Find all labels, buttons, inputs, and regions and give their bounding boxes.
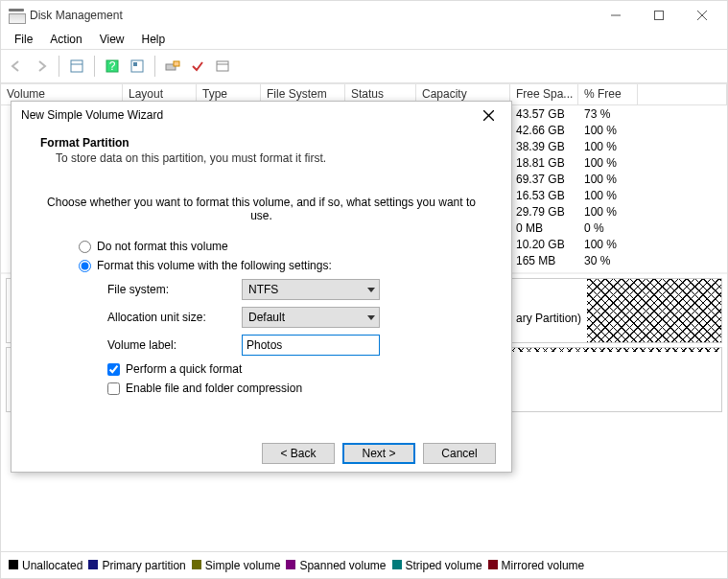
legend-item: Striped volume: [392, 559, 482, 572]
filesystem-row: File system: NTFS: [107, 279, 482, 300]
chevron-down-icon: [367, 288, 375, 292]
radio-noformat[interactable]: [79, 241, 91, 253]
dialog-subtext: To store data on this partition, you mus…: [40, 150, 482, 165]
back-button[interactable]: < Back: [262, 443, 335, 464]
radio-format-label: Format this volume with the following se…: [97, 259, 332, 272]
back-button[interactable]: [5, 55, 28, 78]
cell-pct: 0 %: [578, 221, 638, 235]
volumelabel-row: Volume label:: [107, 335, 482, 356]
wizard-dialog: New Simple Volume Wizard Format Partitio…: [11, 101, 512, 473]
cell-free: 18.81 GB: [510, 156, 578, 170]
toolbar: ?: [1, 49, 727, 83]
legend-item: Simple volume: [192, 559, 281, 572]
app-icon: [9, 9, 24, 22]
quickformat-checkbox[interactable]: [107, 363, 120, 376]
menu-action[interactable]: Action: [42, 31, 89, 48]
legend-label: Mirrored volume: [502, 559, 585, 572]
toolbar-separator: [154, 56, 155, 77]
partition-status: ary Partition): [516, 312, 581, 325]
chevron-down-icon: [367, 315, 375, 320]
svg-rect-9: [133, 62, 137, 66]
cell-free: 10.20 GB: [510, 238, 578, 251]
quickformat-label: Perform a quick format: [126, 362, 242, 376]
legend-label: Striped volume: [406, 559, 482, 572]
legend-label: Unallocated: [22, 559, 82, 572]
next-button[interactable]: Next >: [342, 443, 415, 464]
cell-pct: 100 %: [578, 156, 638, 170]
dialog-heading: Format Partition: [40, 136, 482, 150]
cancel-button[interactable]: Cancel: [423, 443, 496, 464]
legend-item: Spanned volume: [286, 559, 386, 572]
cell-free: 43.57 GB: [510, 107, 578, 121]
dialog-prompt: Choose whether you want to format this v…: [40, 196, 482, 222]
allocation-value: Default: [248, 311, 285, 324]
forward-button[interactable]: [30, 55, 53, 78]
dialog-subheader: Format Partition To store data on this p…: [12, 128, 511, 169]
swatch-icon: [192, 560, 201, 569]
help-button[interactable]: ?: [101, 55, 124, 78]
cell-pct: 73 %: [578, 107, 638, 121]
column-spacer: [638, 84, 727, 104]
radio-format-row[interactable]: Format this volume with the following se…: [79, 259, 482, 272]
filesystem-select[interactable]: NTFS: [242, 279, 380, 300]
allocation-select[interactable]: Default: [242, 307, 380, 328]
cell-pct: 100 %: [578, 140, 638, 153]
allocation-row: Allocation unit size: Default: [107, 307, 482, 328]
window-minimize-button[interactable]: [594, 1, 637, 30]
toolbar-action2-button[interactable]: [186, 55, 209, 78]
legend-label: Simple volume: [205, 559, 281, 572]
swatch-icon: [9, 560, 18, 569]
dialog-title: New Simple Volume Wizard: [21, 108, 475, 122]
compression-row[interactable]: Enable file and folder compression: [107, 382, 482, 395]
swatch-icon: [286, 560, 295, 569]
cell-free: 42.66 GB: [510, 124, 578, 137]
dialog-close-button[interactable]: [475, 102, 502, 128]
properties-button[interactable]: [65, 55, 88, 78]
svg-text:?: ?: [109, 59, 116, 73]
radio-noformat-row[interactable]: Do not format this volume: [79, 240, 482, 253]
swatch-icon: [88, 560, 98, 569]
cell-pct: 100 %: [578, 124, 638, 137]
svg-rect-4: [71, 60, 82, 72]
volumelabel-input[interactable]: [242, 335, 380, 356]
dialog-header: New Simple Volume Wizard: [12, 102, 511, 128]
menubar: File Action View Help: [1, 30, 727, 49]
menu-view[interactable]: View: [92, 31, 132, 48]
svg-rect-11: [174, 61, 179, 66]
radio-noformat-label: Do not format this volume: [97, 240, 228, 253]
compression-checkbox[interactable]: [107, 382, 120, 395]
toolbar-separator: [94, 56, 95, 77]
compression-label: Enable file and folder compression: [126, 382, 302, 395]
refresh-button[interactable]: [126, 55, 149, 78]
dialog-footer: < Back Next > Cancel: [12, 435, 511, 472]
window-maximize-button[interactable]: [637, 1, 680, 30]
column-free[interactable]: Free Spa...: [510, 84, 578, 104]
menu-help[interactable]: Help: [134, 31, 174, 48]
allocation-label: Allocation unit size:: [107, 311, 242, 324]
cell-free: 165 MB: [510, 254, 578, 267]
cell-pct: 30 %: [578, 254, 638, 267]
toolbar-action3-button[interactable]: [211, 55, 234, 78]
radio-format[interactable]: [79, 260, 91, 272]
toolbar-separator: [59, 56, 59, 77]
legend-label: Spanned volume: [299, 559, 386, 572]
swatch-icon: [392, 560, 402, 569]
partition-unallocated[interactable]: [587, 279, 721, 342]
menu-file[interactable]: File: [7, 31, 40, 48]
window-titlebar: Disk Management: [1, 1, 727, 30]
toolbar-action1-button[interactable]: [161, 55, 184, 78]
window-close-button[interactable]: [680, 1, 723, 30]
cell-free: 16.53 GB: [510, 189, 578, 202]
filesystem-label: File system:: [107, 283, 242, 296]
cell-free: 0 MB: [510, 221, 578, 235]
quickformat-row[interactable]: Perform a quick format: [107, 362, 482, 376]
cell-free: 69.37 GB: [510, 173, 578, 186]
cell-free: 29.79 GB: [510, 205, 578, 219]
cell-pct: 100 %: [578, 173, 638, 186]
column-pctfree[interactable]: % Free: [578, 84, 638, 104]
volumelabel-label: Volume label:: [107, 338, 242, 352]
filesystem-value: NTFS: [248, 283, 278, 296]
legend: Unallocated Primary partition Simple vol…: [1, 551, 727, 578]
cell-free: 38.39 GB: [510, 140, 578, 153]
legend-label: Primary partition: [102, 559, 185, 572]
